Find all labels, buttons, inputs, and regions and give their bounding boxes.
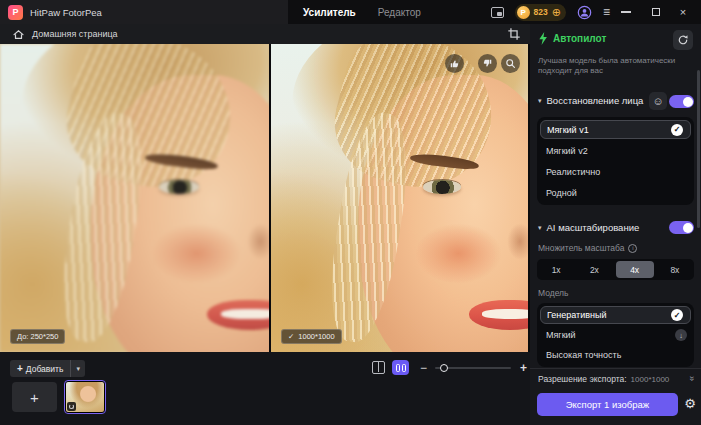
zoom-in-button[interactable]: + [520,361,527,375]
chevron-down-icon[interactable]: ▾ [538,224,542,232]
face-restore-header[interactable]: ▾ Восстановление лица [538,95,643,106]
info-icon[interactable]: i [628,244,637,253]
coin-icon: P [517,6,530,19]
autopilot-row: Автопилот [538,32,606,45]
thumbs-up-icon [449,58,460,69]
ai-upscale-title: AI масштабирование [547,222,640,233]
download-icon: ↓ [675,329,687,341]
credits-pill[interactable]: P 823 ⊕ [515,4,566,21]
zoom-preview-button[interactable] [501,54,520,73]
menu-icon[interactable]: ≡ [603,5,610,19]
after-portrait-image [271,44,528,352]
plus-icon: + [17,363,23,374]
model-high-precision[interactable]: Высокая точность [537,345,694,365]
credits-count: 823 [534,7,548,17]
gear-icon[interactable]: ⚙ [684,396,696,411]
check-icon: ✓ [671,124,683,136]
lightning-icon [538,32,548,45]
export-resolution-row: Разрешение экспорта: 1000*1000 [538,374,669,384]
option-soft-v2[interactable]: Мягкий v2 [537,140,694,161]
split-view-icon[interactable] [372,361,385,374]
face-restore-options: Мягкий v1 ✓ Мягкий v2 Реалистично Родной [537,117,694,205]
add-button[interactable]: + Добавить ▾ [10,360,85,377]
maximize-button[interactable] [648,8,664,16]
minimize-button[interactable] [621,11,637,13]
face-restore-title: Восстановление лица [547,95,644,106]
ai-upscale-toggle[interactable] [669,221,694,234]
breadcrumb-bar: Домашняя страница [0,24,530,44]
viewer-toolbar: − + [372,360,527,375]
scale-multiplier-control: 1x 2x 4x 8x [537,259,694,280]
export-resolution-value: 1000*1000 [631,375,670,384]
multiplier-label-row: Множитель масштаба i [538,243,637,253]
multiplier-1x[interactable]: 1x [537,259,575,280]
crop-icon[interactable] [507,27,521,41]
multiplier-2x[interactable]: 2x [575,259,613,280]
add-image-tile[interactable]: + [12,382,57,412]
add-credits-icon[interactable]: ⊕ [552,7,561,18]
ai-upscale-header[interactable]: ▾ AI масштабирование [538,222,639,233]
multiplier-8x[interactable]: 8x [656,259,694,280]
option-soft-v1[interactable]: Мягкий v1 ✓ [540,120,691,139]
sidebar-divider [530,368,701,369]
check-icon: ✓ [288,332,294,341]
titlebar: P HitPaw FotorPea Усилитель Редактор P 8… [0,0,701,24]
zoom-out-button[interactable]: − [420,361,427,375]
app-title: HitPaw FotorPea [30,7,102,18]
account-icon[interactable] [577,5,592,20]
magnifier-icon [505,58,516,69]
tab-enhancer[interactable]: Усилитель [292,0,367,24]
thumbs-down-icon [482,58,493,69]
after-resolution-badge: ✓ 1000*1000 [281,329,342,344]
titlebar-app-section: P HitPaw FotorPea [0,0,288,24]
bottom-bar: + Добавить ▾ + − + [0,352,530,425]
settings-sidebar: Автопилот Лучшая модель была автоматичес… [530,24,701,425]
mini-window-icon[interactable] [491,7,504,18]
model-generative[interactable]: Генеративный ✓ [540,306,691,324]
face-restore-toggle[interactable] [669,95,694,108]
breadcrumb-home-label[interactable]: Домашняя страница [32,29,118,39]
plus-icon: + [30,389,39,406]
refresh-icon [677,34,689,46]
option-native[interactable]: Родной [537,182,694,203]
close-button[interactable]: × [675,6,691,18]
sidebar-scrollbar[interactable] [697,70,700,228]
side-by-side-view-icon[interactable] [392,360,409,375]
check-icon: ✓ [671,309,683,321]
home-icon[interactable] [12,28,25,41]
before-portrait-image [0,44,269,352]
zoom-slider-knob[interactable] [440,364,448,372]
model-options: Генеративный ✓ Мягкий ↓ Высокая точность [537,303,694,367]
collapse-chevron-icon[interactable]: » [687,376,697,380]
thumbnail-status-icon [67,402,76,411]
add-button-label: Добавить [26,364,64,374]
before-resolution-badge: До: 250*250 [10,329,65,344]
add-dropdown-chevron-icon[interactable]: ▾ [71,365,85,373]
main-tabs: Усилитель Редактор [292,0,432,24]
autopilot-label: Автопилот [553,33,606,44]
model-label: Модель [538,288,569,298]
export-button[interactable]: Экспорт 1 изображ [537,393,678,416]
tab-editor[interactable]: Редактор [367,0,432,24]
image-thumbnail-selected[interactable] [64,380,106,414]
titlebar-controls: P 823 ⊕ ≡ × [491,0,701,24]
model-soft[interactable]: Мягкий ↓ [537,325,694,345]
face-preview-icon[interactable]: ☺ [649,92,667,110]
option-realistic[interactable]: Реалистично [537,161,694,182]
multiplier-4x[interactable]: 4x [616,261,654,278]
before-image-pane[interactable]: До: 250*250 [0,44,269,352]
zoom-slider[interactable] [435,363,511,372]
app-logo-icon: P [8,5,23,20]
refresh-button[interactable] [673,30,693,50]
thumbs-up-button[interactable] [445,54,464,73]
app-window: P HitPaw FotorPea Усилитель Редактор P 8… [0,0,701,425]
thumbs-down-button[interactable] [478,54,497,73]
after-image-pane[interactable]: ✓ 1000*1000 [271,44,528,352]
autopilot-description: Лучшая модель была автоматически подходи… [538,56,690,76]
chevron-down-icon[interactable]: ▾ [538,97,542,105]
